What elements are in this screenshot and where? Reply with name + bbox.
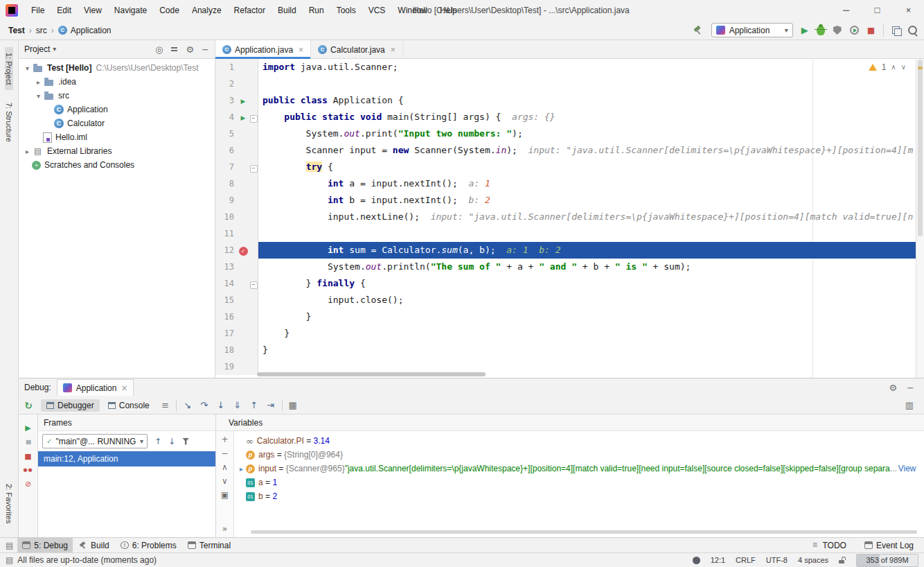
tree-chevron-icon[interactable]: ▸ bbox=[23, 148, 32, 155]
mute-breakpoints-icon[interactable]: ⊘ bbox=[25, 480, 31, 488]
gutter-icon-slot[interactable] bbox=[237, 358, 249, 375]
run-line-icon[interactable]: ▶ bbox=[241, 98, 246, 105]
inspections-profile-icon[interactable] bbox=[693, 557, 700, 564]
gutter-icon-slot[interactable]: ▶ bbox=[237, 109, 249, 125]
minimize-button[interactable]: ─ bbox=[830, 0, 862, 21]
tree-item[interactable]: ▾src bbox=[19, 89, 215, 103]
variable-row[interactable]: ∞Calculator.PI = 3.14 bbox=[234, 434, 924, 448]
fold-strip[interactable] bbox=[249, 308, 258, 325]
tab-console[interactable]: Console bbox=[103, 399, 155, 412]
fold-strip[interactable] bbox=[249, 242, 258, 259]
expand-all-icon[interactable]: ∨ bbox=[222, 477, 228, 485]
profiler-button[interactable] bbox=[850, 26, 859, 35]
fold-strip[interactable] bbox=[249, 92, 258, 109]
run-with-coverage-button[interactable] bbox=[833, 26, 842, 35]
layout-settings-icon[interactable]: ▥ bbox=[902, 401, 917, 410]
line-number[interactable]: 16 bbox=[215, 308, 237, 325]
hide-panel-icon[interactable]: − bbox=[202, 45, 209, 54]
fold-strip[interactable] bbox=[249, 142, 258, 159]
line-number[interactable]: 7 bbox=[215, 159, 237, 175]
code-line[interactable]: int a = input.nextInt(); a: 1 bbox=[258, 175, 916, 192]
tree-item[interactable]: Hello.iml bbox=[19, 130, 215, 144]
duplicate-watch-icon[interactable]: ▣ bbox=[221, 491, 229, 499]
fold-strip[interactable]: − bbox=[249, 159, 258, 175]
line-number[interactable]: 15 bbox=[215, 292, 237, 308]
tree-chevron-icon[interactable]: ▾ bbox=[34, 92, 43, 100]
horizontal-scrollbar[interactable] bbox=[257, 372, 486, 376]
gutter-icon-slot[interactable] bbox=[237, 209, 249, 225]
line-number[interactable]: 1 bbox=[215, 59, 237, 76]
step-over-icon[interactable]: ↷ bbox=[196, 401, 213, 410]
fold-strip[interactable] bbox=[249, 76, 258, 92]
toolwindow-button-build[interactable]: Build bbox=[74, 538, 114, 552]
evaluate-expression-icon[interactable]: ▦ bbox=[285, 401, 301, 410]
status-crlf[interactable]: CRLF bbox=[736, 556, 756, 564]
tool-window-switcher-icon[interactable]: ▤ bbox=[6, 541, 13, 550]
tree-item[interactable]: ▸.idea bbox=[19, 75, 215, 89]
line-number[interactable]: 2 bbox=[215, 76, 237, 92]
toolwindow-stripe-favorites[interactable]: 2: Favorites bbox=[5, 478, 13, 529]
toolwindow-button-6-problems[interactable]: 6: Problems bbox=[116, 538, 181, 552]
step-into-icon[interactable]: ↓ bbox=[213, 401, 229, 410]
line-number[interactable]: 19 bbox=[215, 358, 237, 375]
line-number[interactable]: 14 bbox=[215, 275, 237, 292]
code-line[interactable]: int sum = Calculator.sum(a, b); a: 1 b: … bbox=[258, 242, 916, 259]
gutter-icon-slot[interactable] bbox=[237, 59, 249, 76]
menu-run[interactable]: Run bbox=[303, 0, 330, 21]
search-everywhere-icon[interactable] bbox=[908, 26, 917, 35]
line-number[interactable]: 13 bbox=[215, 259, 237, 275]
error-stripe[interactable] bbox=[916, 59, 924, 378]
resume-icon[interactable]: ▶ bbox=[25, 424, 30, 432]
gutter-icon-slot[interactable]: ▶ bbox=[237, 92, 249, 109]
fold-strip[interactable] bbox=[249, 259, 258, 275]
hide-panel-icon[interactable]: − bbox=[907, 383, 914, 392]
toolwindow-stripe-structure[interactable]: 7: Structure bbox=[5, 97, 13, 148]
menu-analyze[interactable]: Analyze bbox=[186, 0, 228, 21]
menu-view[interactable]: View bbox=[78, 0, 108, 21]
add-watch-icon[interactable]: + bbox=[221, 435, 228, 444]
fold-strip[interactable] bbox=[249, 292, 258, 308]
fold-strip[interactable] bbox=[249, 225, 258, 242]
code-line[interactable]: public static void main(String[] args) {… bbox=[258, 109, 916, 125]
tree-chevron-icon[interactable]: ▸ bbox=[34, 78, 43, 86]
fold-strip[interactable] bbox=[249, 342, 258, 358]
vertical-scrollbar-thumb[interactable] bbox=[918, 60, 923, 236]
project-structure-icon[interactable] bbox=[892, 26, 900, 34]
menu-navigate[interactable]: Navigate bbox=[108, 0, 153, 21]
gutter-icon-slot[interactable] bbox=[237, 308, 249, 325]
status-utf-8[interactable]: UTF-8 bbox=[766, 556, 788, 564]
tab-list-menu-icon[interactable]: ≡ bbox=[158, 401, 173, 410]
fold-strip[interactable]: − bbox=[249, 275, 258, 292]
variable-row[interactable]: ▸pinput = {Scanner@965} "java.util.Scann… bbox=[234, 462, 924, 476]
line-number[interactable]: 12 bbox=[215, 242, 237, 259]
menu-refactor[interactable]: Refactor bbox=[228, 0, 272, 21]
expand-chevron-icon[interactable]: ▸ bbox=[237, 465, 246, 473]
code-line[interactable]: System.out.println("The sum of " + a + "… bbox=[258, 259, 916, 275]
chevron-down-icon[interactable]: ▾ bbox=[53, 46, 56, 53]
editor-tab[interactable]: CCalculator.java× bbox=[311, 40, 403, 59]
gear-icon[interactable]: ⚙ bbox=[186, 45, 194, 54]
code-line[interactable]: input.nextLine(); input: "java.util.Scan… bbox=[258, 209, 916, 225]
line-number[interactable]: 9 bbox=[215, 192, 237, 209]
code-line[interactable]: } finally { bbox=[258, 275, 916, 292]
view-link[interactable]: View bbox=[898, 464, 916, 473]
line-number[interactable]: 17 bbox=[215, 325, 237, 342]
gutter-icon-slot[interactable] bbox=[237, 325, 249, 342]
variable-row[interactable]: pargs = {String[0]@964} bbox=[234, 448, 924, 462]
breadcrumb-item[interactable]: Test bbox=[8, 26, 25, 35]
menu-file[interactable]: File bbox=[25, 0, 51, 21]
thread-dropdown[interactable]: ✓ "main"@... RUNNING ▾ bbox=[42, 434, 148, 448]
step-out-icon[interactable]: ↑ bbox=[246, 401, 263, 410]
gutter-icon-slot[interactable] bbox=[237, 225, 249, 242]
breakpoint-icon[interactable]: ✓ bbox=[239, 247, 248, 256]
remove-watch-icon[interactable]: − bbox=[221, 449, 228, 457]
fold-icon[interactable]: − bbox=[250, 281, 258, 289]
fold-icon[interactable]: − bbox=[250, 165, 258, 173]
code-line[interactable] bbox=[258, 76, 916, 92]
next-problem-icon[interactable]: ∨ bbox=[901, 64, 906, 71]
gutter-icon-slot[interactable] bbox=[237, 292, 249, 308]
code-line[interactable] bbox=[258, 225, 916, 242]
code-line[interactable]: System.out.print("Input two numbers: "); bbox=[258, 125, 916, 142]
line-number[interactable]: 3 bbox=[215, 92, 237, 109]
gutter-icon-slot[interactable] bbox=[237, 342, 249, 358]
